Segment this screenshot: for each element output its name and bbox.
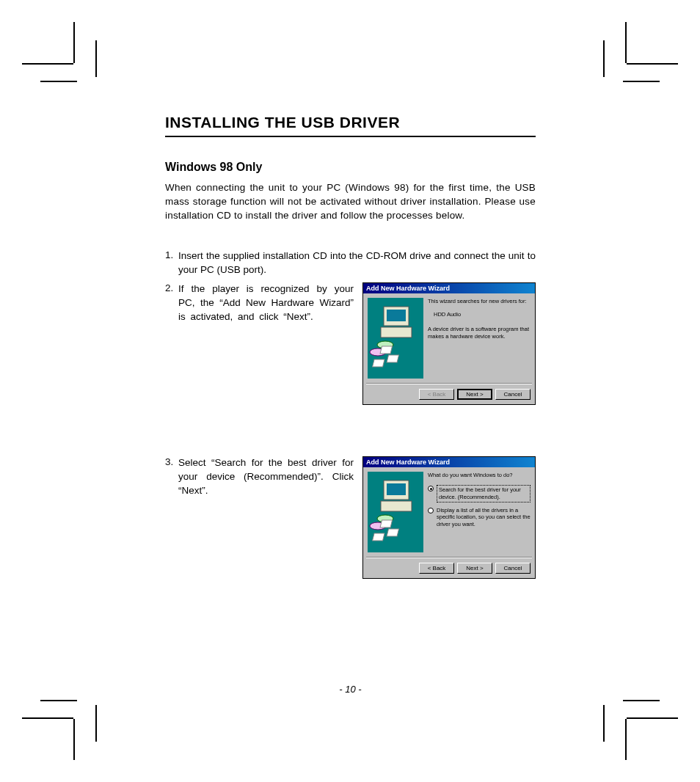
svg-rect-15 — [373, 533, 384, 541]
svg-rect-1 — [387, 310, 406, 321]
intro-paragraph: When connecting the unit to your PC (Win… — [165, 181, 536, 223]
radio-option-list[interactable]: Display a list of all the drivers in a s… — [428, 507, 531, 528]
page-title: INSTALLING THE USB DRIVER — [165, 114, 536, 137]
svg-rect-7 — [373, 359, 384, 367]
wizard-device-name: HDD Audio — [434, 311, 531, 318]
svg-rect-6 — [387, 355, 398, 362]
svg-rect-13 — [380, 520, 392, 527]
wizard-title: Add New Hardware Wizard — [363, 457, 535, 467]
wizard-screenshot-1: Add New Hardware Wizard This w — [362, 282, 536, 405]
wizard-prompt: What do you want Windows to do? — [428, 472, 531, 479]
step-3: 3. Select “Search for the best driver fo… — [165, 456, 536, 579]
page-content: INSTALLING THE USB DRIVER Windows 98 Onl… — [165, 114, 536, 630]
wizard-text: This wizard searches for new drivers for… — [428, 298, 531, 305]
radio-option-recommended[interactable]: Search for the best driver for your devi… — [428, 485, 531, 503]
wizard-graphic-icon — [368, 298, 423, 379]
section-subheading: Windows 98 Only — [165, 161, 536, 174]
radio-label: Display a list of all the drivers in a s… — [437, 507, 531, 528]
cancel-button[interactable]: Cancel — [495, 563, 531, 574]
page-number: - 10 - — [165, 684, 536, 695]
step-1: 1. Insert the supplied installation CD i… — [165, 249, 536, 277]
svg-rect-2 — [381, 327, 412, 337]
svg-rect-5 — [380, 346, 392, 354]
wizard-title: Add New Hardware Wizard — [363, 283, 535, 293]
back-button[interactable]: < Back — [419, 389, 454, 400]
step-text: Insert the supplied installation CD into… — [178, 249, 536, 277]
step-text: If the player is recognized by your PC, … — [178, 282, 354, 405]
wizard-screenshot-2: Add New Hardware Wizard What d — [362, 456, 536, 579]
svg-rect-9 — [387, 483, 406, 495]
radio-icon — [428, 508, 434, 514]
step-number: 1. — [165, 249, 178, 277]
step-number: 3. — [165, 456, 178, 579]
next-button[interactable]: Next > — [457, 389, 492, 400]
wizard-text: A device driver is a software program th… — [428, 326, 531, 340]
step-text: Select “Search for the best driver for y… — [178, 456, 354, 579]
back-button[interactable]: < Back — [419, 563, 454, 574]
step-2: 2. If the player is recognized by your P… — [165, 282, 536, 405]
radio-label: Search for the best driver for your devi… — [437, 485, 531, 503]
step-number: 2. — [165, 282, 178, 405]
radio-icon — [428, 486, 434, 492]
cancel-button[interactable]: Cancel — [495, 389, 531, 400]
svg-rect-14 — [387, 529, 398, 536]
svg-rect-10 — [381, 501, 412, 511]
next-button[interactable]: Next > — [457, 563, 492, 574]
wizard-graphic-icon — [368, 472, 423, 552]
